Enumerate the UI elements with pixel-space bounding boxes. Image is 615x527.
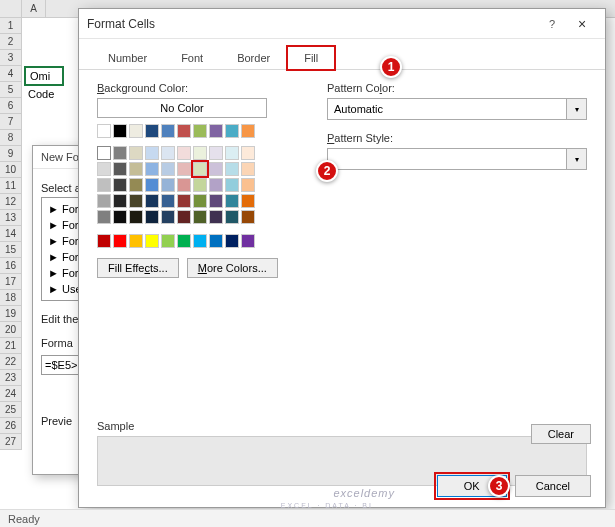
row-header[interactable]: 27 (0, 434, 21, 450)
row-header[interactable]: 15 (0, 242, 21, 258)
color-swatch[interactable] (177, 234, 191, 248)
row-header[interactable]: 11 (0, 178, 21, 194)
color-swatch[interactable] (225, 210, 239, 224)
row-header[interactable]: 26 (0, 418, 21, 434)
row-header[interactable]: 4 (0, 66, 21, 82)
color-swatch[interactable] (241, 194, 255, 208)
color-swatch[interactable] (241, 234, 255, 248)
color-swatch[interactable] (97, 194, 111, 208)
color-swatch[interactable] (113, 124, 127, 138)
color-swatch[interactable] (113, 210, 127, 224)
color-swatch[interactable] (225, 234, 239, 248)
dialog-titlebar[interactable]: Format Cells ? × (79, 9, 605, 39)
select-all-corner[interactable] (0, 0, 22, 17)
color-swatch[interactable] (161, 146, 175, 160)
row-header[interactable]: 9 (0, 146, 21, 162)
color-swatch[interactable] (129, 146, 143, 160)
row-header[interactable]: 1 (0, 18, 21, 34)
color-swatch[interactable] (225, 162, 239, 176)
color-swatch[interactable] (241, 124, 255, 138)
color-swatch[interactable] (225, 124, 239, 138)
row-header[interactable]: 3 (0, 50, 21, 66)
color-swatch[interactable] (209, 194, 223, 208)
pattern-style-select[interactable] (327, 148, 567, 170)
color-swatch[interactable] (225, 178, 239, 192)
color-swatch[interactable] (145, 178, 159, 192)
help-button[interactable]: ? (537, 18, 567, 30)
color-swatch[interactable] (129, 210, 143, 224)
chevron-down-icon[interactable]: ▾ (567, 98, 587, 120)
color-swatch[interactable] (241, 162, 255, 176)
row-header[interactable]: 6 (0, 98, 21, 114)
color-swatch[interactable] (177, 194, 191, 208)
tab-border[interactable]: Border (220, 46, 287, 70)
color-swatch[interactable] (129, 178, 143, 192)
color-swatch[interactable] (193, 124, 207, 138)
color-swatch[interactable] (145, 162, 159, 176)
color-swatch[interactable] (97, 162, 111, 176)
color-swatch[interactable] (145, 194, 159, 208)
color-swatch[interactable] (161, 124, 175, 138)
color-swatch[interactable] (177, 162, 191, 176)
row-header[interactable]: 23 (0, 370, 21, 386)
more-colors-button[interactable]: More Colors... (187, 258, 278, 278)
pattern-color-select[interactable]: Automatic (327, 98, 567, 120)
color-swatch[interactable] (241, 146, 255, 160)
chevron-down-icon[interactable]: ▾ (567, 148, 587, 170)
color-swatch[interactable] (241, 210, 255, 224)
cell-active[interactable]: Omi (24, 66, 64, 86)
color-swatch[interactable] (193, 234, 207, 248)
color-swatch[interactable] (161, 194, 175, 208)
color-swatch[interactable] (129, 194, 143, 208)
color-swatch[interactable] (209, 146, 223, 160)
row-header[interactable]: 10 (0, 162, 21, 178)
column-header-a[interactable]: A (22, 0, 46, 17)
color-swatch[interactable] (209, 178, 223, 192)
tab-number[interactable]: Number (91, 46, 164, 70)
color-swatch[interactable] (113, 162, 127, 176)
color-swatch[interactable] (209, 162, 223, 176)
color-swatch[interactable] (113, 194, 127, 208)
row-header[interactable]: 21 (0, 338, 21, 354)
color-swatch[interactable] (193, 146, 207, 160)
color-swatch[interactable] (97, 124, 111, 138)
close-button[interactable]: × (567, 16, 597, 32)
color-swatch[interactable] (193, 178, 207, 192)
color-swatch[interactable] (161, 210, 175, 224)
color-swatch[interactable] (113, 234, 127, 248)
color-swatch[interactable] (129, 162, 143, 176)
color-swatch[interactable] (241, 178, 255, 192)
tab-font[interactable]: Font (164, 46, 220, 70)
color-swatch[interactable] (129, 234, 143, 248)
row-header[interactable]: 24 (0, 386, 21, 402)
color-swatch[interactable] (177, 178, 191, 192)
color-swatch[interactable] (193, 162, 207, 176)
row-header[interactable]: 2 (0, 34, 21, 50)
row-header[interactable]: 14 (0, 226, 21, 242)
color-swatch[interactable] (113, 146, 127, 160)
color-swatch[interactable] (225, 146, 239, 160)
color-swatch[interactable] (193, 210, 207, 224)
color-swatch[interactable] (161, 234, 175, 248)
color-swatch[interactable] (113, 178, 127, 192)
row-header[interactable]: 19 (0, 306, 21, 322)
color-swatch[interactable] (97, 234, 111, 248)
row-header[interactable]: 20 (0, 322, 21, 338)
color-swatch[interactable] (225, 194, 239, 208)
color-swatch[interactable] (145, 146, 159, 160)
color-swatch[interactable] (209, 124, 223, 138)
no-color-button[interactable]: No Color (97, 98, 267, 118)
color-swatch[interactable] (97, 210, 111, 224)
color-swatch[interactable] (193, 194, 207, 208)
color-swatch[interactable] (209, 234, 223, 248)
cancel-button[interactable]: Cancel (515, 475, 591, 497)
color-swatch[interactable] (97, 178, 111, 192)
row-header[interactable]: 13 (0, 210, 21, 226)
row-header[interactable]: 5 (0, 82, 21, 98)
color-swatch[interactable] (161, 162, 175, 176)
tab-fill[interactable]: Fill (287, 46, 335, 70)
row-header[interactable]: 25 (0, 402, 21, 418)
clear-button[interactable]: Clear (531, 424, 591, 444)
color-swatch[interactable] (177, 210, 191, 224)
fill-effects-button[interactable]: Fill Effects... (97, 258, 179, 278)
